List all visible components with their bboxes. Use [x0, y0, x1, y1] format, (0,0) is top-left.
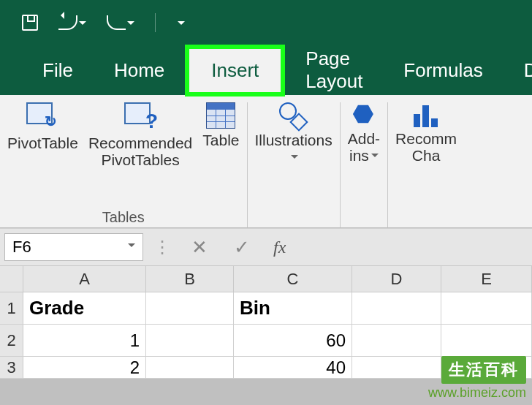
- cell-a3[interactable]: 2: [23, 357, 146, 378]
- qat-separator: [155, 13, 156, 32]
- cancel-formula-icon[interactable]: ✕: [181, 236, 218, 259]
- formula-bar: F6 ⋮ ✕ ✓ fx: [0, 228, 532, 266]
- cell-a2[interactable]: 1: [23, 325, 146, 356]
- row-header-1[interactable]: 1: [0, 292, 23, 324]
- watermark-brand: 生活百科: [441, 356, 526, 384]
- shapes-icon: [279, 102, 308, 129]
- cell-d1[interactable]: [352, 292, 441, 324]
- cell-e1[interactable]: [441, 292, 532, 324]
- row-1: 1 Grade Bin: [0, 292, 532, 325]
- tab-formulas[interactable]: Formulas: [383, 49, 503, 92]
- column-headers: A B C D E: [0, 266, 532, 292]
- watermark-url: www.bimeiz.com: [428, 385, 526, 401]
- row-2: 2 1 60: [0, 325, 532, 357]
- customize-qat-icon[interactable]: [178, 21, 185, 29]
- formula-bar-separator: ⋮: [149, 237, 175, 257]
- tab-insert[interactable]: Insert: [189, 49, 281, 92]
- table-button[interactable]: Table: [202, 102, 239, 168]
- enter-formula-icon[interactable]: ✓: [224, 236, 260, 259]
- table-icon: [206, 102, 235, 129]
- tab-page-layout[interactable]: Page Layout: [285, 37, 383, 103]
- illustrations-button[interactable]: Illustrations: [255, 102, 332, 165]
- cell-b1[interactable]: [146, 292, 234, 324]
- save-icon[interactable]: [22, 15, 38, 31]
- insert-function-button[interactable]: fx: [266, 238, 293, 257]
- select-all-corner[interactable]: [0, 266, 23, 292]
- pivottable-button[interactable]: ↻ PivotTable: [7, 102, 78, 168]
- col-header-c[interactable]: C: [234, 266, 352, 292]
- ribbon-group-charts: Recomm Cha: [388, 102, 464, 227]
- row-header-3[interactable]: 3: [0, 357, 23, 378]
- chevron-down-icon[interactable]: [128, 243, 135, 251]
- tab-file[interactable]: File: [22, 49, 94, 92]
- watermark: 生活百科 www.bimeiz.com: [428, 356, 526, 401]
- recommended-pivottables-icon: ?: [124, 102, 156, 132]
- chevron-down-icon: [291, 155, 298, 162]
- ribbon-tabs: File Home Insert Page Layout Formulas Da…: [0, 45, 532, 95]
- cell-d2[interactable]: [352, 325, 441, 356]
- ribbon-insert: ↻ PivotTable ? Recommended PivotTables T…: [0, 95, 532, 228]
- recommended-charts-button[interactable]: Recomm Cha: [395, 102, 457, 164]
- tab-home[interactable]: Home: [94, 49, 185, 92]
- ribbon-group-tables: ↻ PivotTable ? Recommended PivotTables T…: [0, 102, 248, 227]
- cell-c3[interactable]: 40: [234, 357, 352, 378]
- bar-chart-icon: [414, 102, 438, 127]
- cell-c1[interactable]: Bin: [234, 292, 352, 324]
- col-header-a[interactable]: A: [23, 266, 146, 292]
- ribbon-group-illustrations: Illustrations: [248, 102, 341, 227]
- pivottable-icon: ↻: [26, 102, 58, 132]
- cell-e2[interactable]: [441, 325, 532, 356]
- cell-a1[interactable]: Grade: [23, 292, 146, 324]
- ribbon-group-label-tables: Tables: [102, 209, 145, 226]
- cell-b3[interactable]: [146, 357, 234, 378]
- col-header-e[interactable]: E: [441, 266, 532, 292]
- addins-button[interactable]: Add- ins: [348, 102, 380, 164]
- quick-access-toolbar: [0, 0, 532, 45]
- name-box[interactable]: F6: [4, 233, 143, 261]
- cell-c2[interactable]: 60: [234, 325, 352, 356]
- tab-data[interactable]: Data: [503, 49, 532, 92]
- tab-insert-highlight: Insert: [185, 45, 285, 96]
- recommended-pivottables-button[interactable]: ? Recommended PivotTables: [88, 102, 192, 168]
- chevron-down-icon: [371, 154, 379, 161]
- undo-icon[interactable]: [58, 15, 86, 30]
- col-header-b[interactable]: B: [146, 266, 234, 292]
- cell-b2[interactable]: [146, 325, 234, 356]
- redo-icon[interactable]: [107, 15, 134, 30]
- col-header-d[interactable]: D: [352, 266, 441, 292]
- row-header-2[interactable]: 2: [0, 325, 23, 356]
- ribbon-group-addins: Add- ins: [341, 102, 388, 227]
- addins-icon: [352, 102, 376, 127]
